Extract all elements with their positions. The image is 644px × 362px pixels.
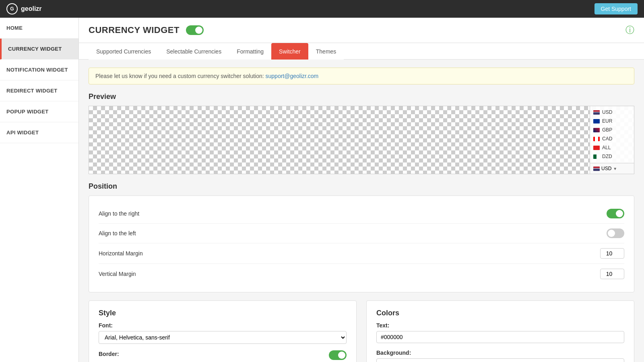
position-settings: Align to the right Align to the left — [89, 195, 634, 292]
tab-formatting[interactable]: Formatting — [229, 43, 271, 60]
text-color-input[interactable] — [376, 331, 624, 343]
tab-label-supported-currencies: Supported Currencies — [96, 48, 151, 55]
preview-select-bar[interactable]: USD ▼ — [590, 163, 634, 174]
preview-currency-dzd[interactable]: DZD — [590, 152, 634, 161]
page-title-row: CURRENCY WIDGET — [89, 25, 204, 35]
colors-title: Colors — [376, 309, 624, 317]
align-left-row: Align to the left — [99, 224, 624, 243]
preview-section: Preview USD EUR — [89, 93, 634, 174]
currency-code-usd: USD — [602, 109, 612, 115]
currency-code-dzd: DZD — [602, 154, 612, 159]
alert-text: Please let us know if you need a custom … — [95, 73, 264, 79]
selected-currency-code: USD — [601, 166, 611, 171]
help-icon[interactable]: ⓘ — [625, 24, 634, 36]
flag-ca — [593, 137, 600, 141]
align-left-label: Align to the left — [99, 230, 136, 237]
logo-text: geolizr — [21, 5, 42, 12]
preview-currency-cad[interactable]: CAD — [590, 134, 634, 143]
select-arrow-icon: ▼ — [613, 167, 617, 171]
background-color-input[interactable] — [376, 358, 624, 362]
horizontal-margin-label: Horizontal Margin — [99, 250, 143, 257]
font-field: Font: Arial, Helvetica, sans-serif Georg… — [99, 322, 347, 344]
border-label: Border: — [99, 351, 119, 357]
get-support-button[interactable]: Get Support — [594, 3, 638, 14]
selected-flag — [593, 167, 600, 171]
page-title: CURRENCY WIDGET — [89, 25, 180, 35]
preview-dropdown: USD EUR GBP — [590, 106, 634, 174]
preview-currency-usd[interactable]: USD — [590, 108, 634, 117]
tab-supported-currencies[interactable]: Supported Currencies — [89, 43, 159, 60]
sidebar-item-redirect-widget[interactable]: REDIRECT WIDGET — [0, 80, 78, 101]
background-color-label: Background: — [376, 350, 624, 356]
vertical-margin-input[interactable] — [600, 269, 624, 279]
logo-icon: G — [6, 3, 18, 14]
currency-code-gbp: GBP — [602, 127, 612, 133]
preview-currency-all[interactable]: ALL — [590, 143, 634, 152]
horizontal-margin-row: Horizontal Margin — [99, 243, 624, 264]
font-select[interactable]: Arial, Helvetica, sans-serif Georgia, se… — [99, 331, 347, 344]
flag-gb — [593, 128, 600, 132]
text-color-field: Text: — [376, 322, 624, 343]
colors-section: Colors Text: Background: — [366, 300, 634, 362]
widget-enable-toggle[interactable] — [186, 25, 204, 35]
alert-link[interactable]: support@geolizr.com — [266, 73, 319, 79]
content-area: Please let us know if you need a custom … — [79, 60, 644, 362]
font-label: Font: — [99, 322, 347, 329]
position-section: Position Align to the right Align to the… — [89, 182, 634, 292]
preview-currency-eur[interactable]: EUR — [590, 117, 634, 125]
vertical-margin-row: Vertical Margin — [99, 264, 624, 284]
page-header: CURRENCY WIDGET ⓘ — [79, 18, 644, 43]
border-toggle[interactable] — [329, 350, 347, 360]
horizontal-margin-input[interactable] — [600, 248, 624, 259]
sidebar-item-api-widget[interactable]: API WIDGET — [0, 122, 78, 143]
app-layout: HOME CURRENCY WIDGET NOTIFICATION WIDGET… — [0, 18, 644, 362]
sidebar-label-home: HOME — [6, 25, 23, 31]
background-color-field: Background: — [376, 350, 624, 362]
sidebar-item-home[interactable]: HOME — [0, 18, 78, 39]
position-title: Position — [89, 182, 634, 191]
currency-code-all: ALL — [602, 145, 611, 150]
sidebar-item-currency-widget[interactable]: CURRENCY WIDGET — [0, 39, 78, 60]
flag-eu — [593, 119, 600, 123]
flag-al — [593, 146, 600, 150]
style-section: Style Font: Arial, Helvetica, sans-serif… — [89, 300, 357, 362]
preview-container: USD EUR GBP — [89, 106, 634, 174]
align-right-slider — [607, 209, 624, 218]
sidebar-label-popup-widget: POPUP WIDGET — [6, 109, 48, 115]
tab-selectable-currencies[interactable]: Selectable Currencies — [159, 43, 229, 60]
flag-dz — [593, 154, 600, 159]
tab-label-formatting: Formatting — [237, 48, 264, 55]
border-slider — [329, 350, 347, 360]
alert-box: Please let us know if you need a custom … — [89, 68, 634, 84]
main-content: CURRENCY WIDGET ⓘ Supported Currencies S… — [79, 18, 644, 362]
preview-currency-gbp[interactable]: GBP — [590, 125, 634, 134]
top-nav: G geolizr Get Support — [0, 0, 644, 18]
currency-code-cad: CAD — [602, 136, 612, 142]
sidebar-label-api-widget: API WIDGET — [6, 130, 39, 136]
border-row: Border: — [99, 350, 347, 360]
sidebar-label-currency-widget: CURRENCY WIDGET — [8, 46, 62, 52]
preview-title: Preview — [89, 93, 634, 101]
sidebar-label-redirect-widget: REDIRECT WIDGET — [6, 88, 58, 94]
sidebar-item-popup-widget[interactable]: POPUP WIDGET — [0, 101, 78, 122]
sidebar-label-notification-widget: NOTIFICATION WIDGET — [6, 67, 68, 73]
tab-label-themes: Themes — [316, 48, 336, 55]
flag-us — [593, 110, 600, 115]
align-right-label: Align to the right — [99, 210, 139, 217]
sidebar-item-notification-widget[interactable]: NOTIFICATION WIDGET — [0, 60, 78, 80]
tab-switcher[interactable]: Switcher — [271, 43, 308, 60]
tab-label-selectable-currencies: Selectable Currencies — [166, 48, 221, 55]
text-color-label: Text: — [376, 322, 624, 329]
currency-code-eur: EUR — [602, 118, 612, 124]
align-left-toggle[interactable] — [607, 228, 624, 238]
tabs-bar: Supported Currencies Selectable Currenci… — [79, 43, 644, 60]
style-title: Style — [99, 309, 347, 317]
tab-themes[interactable]: Themes — [308, 43, 344, 60]
align-right-row: Align to the right — [99, 204, 624, 224]
logo: G geolizr — [6, 3, 42, 14]
vertical-margin-label: Vertical Margin — [99, 271, 136, 277]
align-right-toggle[interactable] — [607, 209, 624, 218]
sidebar: HOME CURRENCY WIDGET NOTIFICATION WIDGET… — [0, 18, 79, 362]
preview-dropdown-list: USD EUR GBP — [590, 106, 634, 163]
style-colors-row: Style Font: Arial, Helvetica, sans-serif… — [89, 300, 634, 362]
